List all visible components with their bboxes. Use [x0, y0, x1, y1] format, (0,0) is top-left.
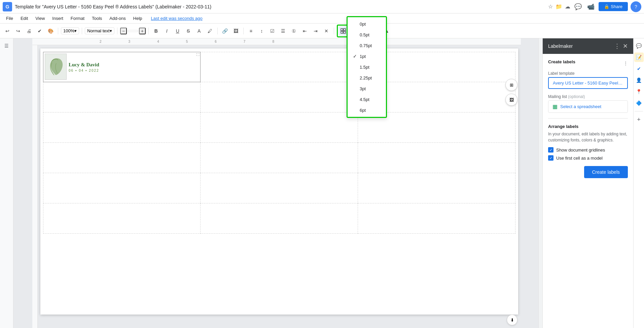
document-page[interactable]: Lucy & David 06 • 04 • 2022 ⛶: [40, 48, 518, 315]
underline-button[interactable]: U: [173, 26, 182, 36]
print-button[interactable]: 🖨: [24, 26, 34, 36]
scrollbar[interactable]: [538, 38, 542, 328]
chat-panel-button[interactable]: 💬: [634, 41, 644, 51]
border-0-75pt-label: 0.75pt: [360, 43, 372, 48]
border-1pt[interactable]: ✓ 1pt: [348, 51, 386, 62]
border-0-5pt[interactable]: ✓ 0.5pt: [348, 29, 386, 40]
border-3pt[interactable]: ✓ 3pt: [348, 83, 386, 94]
doc-canvas[interactable]: 2 3 4 5 6 7 8: [13, 38, 538, 328]
border-2-25pt[interactable]: ✓ 2.25pt: [348, 72, 386, 83]
title-bar: G Template for "Avery US Letter - 5160 E…: [0, 0, 644, 13]
border-6pt[interactable]: ✓ 6pt: [348, 105, 386, 116]
font-increase-button[interactable]: +: [139, 28, 146, 34]
toolbar: ↩ ↪ 🖨 ✔ 🎨 100% ▾ Normal text ▾ − + B I U…: [0, 24, 644, 38]
border-4-5pt[interactable]: ✓ 4.5pt: [348, 94, 386, 105]
label-cell-1[interactable]: Lucy & David 06 • 04 • 2022 ⛶: [43, 52, 201, 82]
folder-icon[interactable]: 📁: [556, 3, 562, 10]
svg-rect-0: [341, 29, 343, 31]
indent-decrease-button[interactable]: ⇤: [300, 26, 310, 36]
bold-button[interactable]: B: [151, 26, 161, 36]
spell-check-button[interactable]: ✔: [35, 26, 44, 36]
comment-icon[interactable]: 💬: [573, 2, 583, 12]
checklist-button[interactable]: ☑: [268, 26, 277, 36]
cloud-icon[interactable]: ☁: [565, 3, 570, 10]
menu-format[interactable]: Format: [67, 14, 88, 22]
line-spacing-button[interactable]: ↕: [257, 26, 266, 36]
ruler-mark-3: 3: [129, 40, 131, 43]
ruler-mark-4: 4: [157, 40, 159, 43]
arrange-labels-desc: In your document, edit labels by adding …: [548, 131, 628, 143]
mailing-list-optional: (optional): [568, 94, 585, 99]
menu-view[interactable]: View: [32, 14, 48, 22]
labelmaker-more-icon[interactable]: ⋮: [614, 42, 620, 50]
labelmaker-close-icon[interactable]: ✕: [623, 42, 628, 50]
border-0-75pt[interactable]: ✓ 0.75pt: [348, 40, 386, 51]
contacts-panel-button[interactable]: 👤: [634, 75, 644, 85]
bullets-button[interactable]: ☰: [279, 26, 288, 36]
border-1-5pt[interactable]: ✓ 1.5pt: [348, 62, 386, 72]
share-button[interactable]: 🔒 Share: [599, 2, 628, 11]
menu-file[interactable]: File: [3, 14, 16, 22]
add-row-button[interactable]: ⊞: [505, 79, 517, 91]
use-first-cell-checkbox[interactable]: ✓: [548, 155, 553, 161]
notes-panel-button[interactable]: 📝: [634, 53, 644, 62]
separator-5: [217, 28, 218, 34]
redo-button[interactable]: ↪: [13, 26, 23, 36]
undo-button[interactable]: ↩: [3, 26, 12, 36]
label-row-2: [43, 82, 515, 112]
clear-formatting-button[interactable]: ✕: [322, 26, 331, 36]
text-color-button[interactable]: A: [194, 26, 204, 36]
menu-insert[interactable]: Insert: [49, 14, 67, 22]
paint-format-button[interactable]: 🎨: [46, 26, 55, 36]
border-2-25pt-label: 2.25pt: [360, 75, 372, 80]
bottom-controls: ⬇: [507, 315, 517, 325]
font-size-wrapper: − +: [120, 28, 146, 34]
italic-button[interactable]: I: [162, 26, 172, 36]
tasks-panel-button[interactable]: 🔷: [634, 98, 644, 108]
create-labels-button[interactable]: Create labels: [584, 166, 628, 178]
create-labels-more[interactable]: ⋮: [623, 61, 628, 66]
svg-rect-3: [344, 31, 346, 33]
calendar-panel-button[interactable]: ✔: [634, 64, 644, 73]
label-1-text: Lucy & David 06 • 04 • 2022: [69, 54, 199, 80]
border-0pt-label: 0pt: [360, 22, 366, 27]
select-spreadsheet-button[interactable]: ▦ Select a spreadsheet: [548, 100, 628, 113]
meet-icon[interactable]: 📹: [586, 2, 596, 12]
separator-2: [82, 28, 82, 34]
ruler-mark-8: 8: [272, 40, 274, 43]
canvas-controls: ⊞ 🖼: [505, 79, 517, 106]
border-0pt[interactable]: ✓ 0pt: [348, 19, 386, 29]
menu-tools[interactable]: Tools: [88, 14, 105, 22]
strikethrough-button[interactable]: S: [184, 26, 193, 36]
font-size-value[interactable]: [128, 30, 138, 32]
font-decrease-button[interactable]: −: [120, 28, 127, 34]
label-row-4: [43, 143, 515, 173]
share-icon: 🔒: [604, 4, 609, 9]
add-panel-button[interactable]: +: [634, 115, 644, 124]
avatar[interactable]: ?: [631, 1, 641, 12]
numbered-list-button[interactable]: ①: [289, 26, 299, 36]
menu-help[interactable]: Help: [130, 14, 146, 22]
star-icon[interactable]: ☆: [548, 3, 553, 10]
menu-edit[interactable]: Edit: [17, 14, 31, 22]
text-style-selector[interactable]: Normal text ▾: [85, 27, 114, 34]
ruler-mark-7: 7: [244, 40, 246, 43]
label-template-input[interactable]: Avery US Letter - 5160 Easy Peel ®...: [548, 77, 628, 89]
highlight-button[interactable]: 🖊: [205, 26, 215, 36]
left-sidebar-toggle[interactable]: ☰: [2, 41, 11, 51]
title-actions: ☆ 📁 ☁ 💬 📹 🔒 Share ?: [548, 1, 641, 12]
maps-panel-button[interactable]: 📍: [634, 87, 644, 96]
align-button[interactable]: ≡: [246, 26, 256, 36]
ruler-mark-5: 5: [186, 40, 188, 43]
download-button[interactable]: ⬇: [507, 315, 517, 325]
create-labels-title: Create labels: [548, 59, 575, 64]
add-image-button[interactable]: 🖼: [505, 94, 517, 106]
indent-increase-button[interactable]: ⇥: [311, 26, 320, 36]
menu-addons[interactable]: Add-ons: [106, 14, 129, 22]
show-gridlines-checkbox[interactable]: ✓: [548, 147, 553, 153]
zoom-selector[interactable]: 100% ▾: [61, 27, 79, 34]
insert-image-button[interactable]: 🖼: [231, 26, 241, 36]
last-edit-link[interactable]: Last edit was seconds ago: [148, 14, 206, 22]
labelmaker-panel: Labelmaker ⋮ ✕ Create labels ⋮ Label tem…: [542, 38, 633, 328]
link-button[interactable]: 🔗: [220, 26, 230, 36]
